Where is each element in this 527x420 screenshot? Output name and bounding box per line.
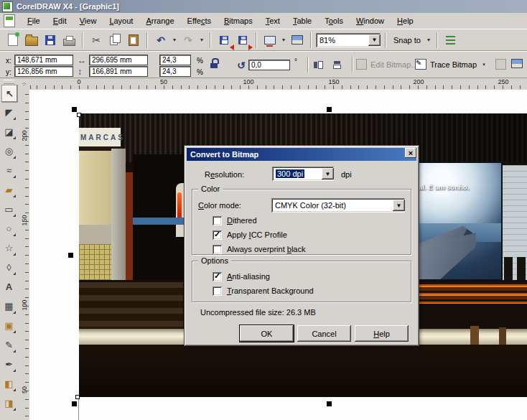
apply-icc-profile-checkbox[interactable]: ✓ Apply ICC Profile bbox=[213, 230, 287, 240]
cut-button[interactable]: ✂ bbox=[88, 32, 105, 49]
selection-handle-top-middle[interactable] bbox=[327, 107, 332, 112]
zoom-level-combo[interactable]: 81% ▼ bbox=[316, 33, 381, 47]
new-button[interactable] bbox=[4, 32, 22, 49]
menu-layout[interactable]: Layout bbox=[103, 14, 139, 27]
eyedropper-tool[interactable]: ✎ bbox=[1, 337, 17, 353]
freehand-tool[interactable]: ≈ bbox=[1, 162, 17, 179]
shape-tool[interactable]: ◤ bbox=[1, 104, 17, 121]
menu-table[interactable]: Table bbox=[286, 14, 318, 27]
menu-text[interactable]: Text bbox=[259, 14, 286, 27]
ellipse-tool[interactable]: ○ bbox=[1, 220, 17, 237]
menu-bitmaps[interactable]: Bitmaps bbox=[218, 14, 259, 27]
print-button[interactable] bbox=[60, 32, 78, 49]
export-button[interactable] bbox=[234, 32, 251, 49]
zoom-tool[interactable]: ◎ bbox=[1, 143, 17, 159]
interactive-fill-tool[interactable]: ◨ bbox=[1, 395, 17, 411]
ok-button[interactable]: OK bbox=[240, 325, 294, 342]
redo-button[interactable]: ↷ bbox=[179, 32, 197, 49]
basic-shapes-tool[interactable]: ◊ bbox=[1, 259, 17, 276]
dialog-titlebar[interactable]: Convert to Bitmap bbox=[187, 148, 416, 161]
color-group-legend: Color bbox=[198, 185, 223, 193]
menu-effects[interactable]: Effects bbox=[181, 14, 218, 27]
rectangle-tool[interactable]: ▭ bbox=[1, 201, 17, 218]
selection-handle-bottom-middle[interactable] bbox=[327, 401, 332, 406]
vruler-label: 200 bbox=[21, 131, 28, 141]
undo-dropdown[interactable]: ▾ bbox=[171, 37, 178, 43]
vertical-ruler[interactable]: 200 150 100 50 bbox=[19, 90, 30, 420]
text-tool[interactable]: A bbox=[1, 279, 17, 295]
outline-tool[interactable]: ✒ bbox=[1, 356, 17, 373]
menu-tools[interactable]: Tools bbox=[318, 14, 350, 27]
ruler-origin[interactable]: ⁘ bbox=[19, 78, 30, 90]
titlebar[interactable]: CorelDRAW X4 - [Graphic1] bbox=[0, 0, 527, 13]
object-width-field[interactable] bbox=[89, 55, 148, 65]
trace-bitmap-icon: ✎ bbox=[415, 59, 426, 70]
zoom-dropdown-button[interactable]: ▼ bbox=[368, 34, 381, 46]
blend-tool[interactable]: ▣ bbox=[1, 317, 17, 334]
import-button[interactable] bbox=[215, 32, 233, 49]
object-node-top-left[interactable] bbox=[77, 113, 81, 117]
help-button[interactable]: Help bbox=[355, 325, 409, 342]
trace-bitmap-dropdown[interactable]: ▾ bbox=[480, 62, 488, 67]
bitmap-frame-button[interactable] bbox=[511, 59, 523, 68]
scale-vertical-field[interactable] bbox=[159, 66, 191, 77]
edit-bitmap-icon bbox=[356, 59, 367, 70]
x-position-field[interactable] bbox=[14, 55, 73, 65]
object-node-bottom-left[interactable] bbox=[75, 395, 80, 399]
mirror-vertical-button[interactable] bbox=[329, 58, 345, 72]
anti-aliasing-checkbox[interactable]: ✓ Anti-aliasing bbox=[213, 271, 270, 281]
table-tool[interactable]: ▦ bbox=[1, 298, 17, 314]
menu-view[interactable]: View bbox=[73, 14, 103, 27]
snap-to-button[interactable]: Snap to bbox=[391, 36, 424, 45]
menu-edit[interactable]: Edit bbox=[47, 14, 73, 27]
paste-button[interactable] bbox=[125, 32, 142, 49]
selection-handle-top-left[interactable] bbox=[72, 107, 77, 112]
copy-button[interactable] bbox=[106, 32, 123, 49]
color-mode-dropdown-button[interactable]: ▼ bbox=[393, 200, 405, 211]
dropdown-arrow-icon: ▼ bbox=[372, 37, 378, 43]
smart-fill-tool-icon: ▰ bbox=[6, 185, 13, 195]
redo-dropdown[interactable]: ▾ bbox=[198, 37, 205, 43]
vruler-label: 150 bbox=[21, 215, 28, 226]
horizontal-ruler[interactable]: 0 50 100 150 200 250 bbox=[29, 78, 527, 90]
snap-to-dropdown[interactable]: ▾ bbox=[425, 37, 432, 43]
menu-file[interactable]: File bbox=[21, 14, 47, 27]
cancel-button[interactable]: Cancel bbox=[297, 325, 351, 342]
undo-button[interactable]: ↶ bbox=[152, 32, 169, 49]
polygon-tool[interactable]: ☆ bbox=[1, 240, 17, 256]
fill-tool[interactable]: ◧ bbox=[1, 375, 17, 392]
scale-horizontal-field[interactable] bbox=[159, 55, 191, 65]
rotation-angle-field[interactable] bbox=[248, 60, 290, 70]
crop-tool[interactable]: ◪ bbox=[1, 123, 17, 140]
smart-fill-tool[interactable]: ▰ bbox=[1, 182, 17, 198]
import-icon bbox=[220, 36, 228, 45]
y-position-field[interactable] bbox=[14, 66, 73, 77]
selection-handle-bottom-left[interactable] bbox=[72, 401, 77, 406]
dithered-checkbox[interactable]: ✓ Dithered bbox=[213, 215, 257, 225]
resolution-dropdown-button[interactable]: ▼ bbox=[322, 168, 334, 179]
toolbox-grip[interactable] bbox=[4, 80, 14, 84]
menu-arrange[interactable]: Arrange bbox=[139, 14, 180, 27]
printer-icon bbox=[63, 39, 75, 46]
edit-bitmap-button[interactable]: Edit Bitmap... bbox=[356, 59, 417, 70]
color-mode-combo[interactable]: CMYK Color (32-bit) ▼ bbox=[271, 198, 405, 213]
mirror-horizontal-button[interactable] bbox=[310, 58, 326, 72]
color-mode-label: Color mode: bbox=[198, 201, 241, 210]
transparent-background-checkbox[interactable]: ✓ Transparent Background bbox=[213, 286, 314, 296]
menu-help[interactable]: Help bbox=[391, 14, 420, 27]
trace-bitmap-button[interactable]: ✎ Trace Bitmap ▾ bbox=[415, 59, 488, 70]
pick-tool[interactable]: ↖ bbox=[1, 85, 18, 103]
selection-handle-middle-left[interactable] bbox=[68, 253, 73, 258]
options-button[interactable] bbox=[442, 32, 460, 49]
menu-window[interactable]: Window bbox=[350, 14, 391, 27]
application-launcher-button[interactable] bbox=[261, 32, 279, 49]
dialog-close-button[interactable]: × bbox=[405, 148, 416, 158]
application-launcher-dropdown[interactable]: ▾ bbox=[280, 37, 287, 43]
save-button[interactable] bbox=[42, 32, 59, 49]
always-overprint-black-checkbox[interactable]: ✓ Always overprint black bbox=[213, 244, 305, 254]
open-button[interactable] bbox=[23, 32, 40, 49]
welcome-screen-button[interactable] bbox=[289, 32, 306, 49]
crop-bitmap-button[interactable] bbox=[495, 59, 506, 70]
object-height-field[interactable] bbox=[89, 66, 148, 77]
resolution-combo[interactable]: 300 dpi ▼ bbox=[272, 167, 334, 181]
